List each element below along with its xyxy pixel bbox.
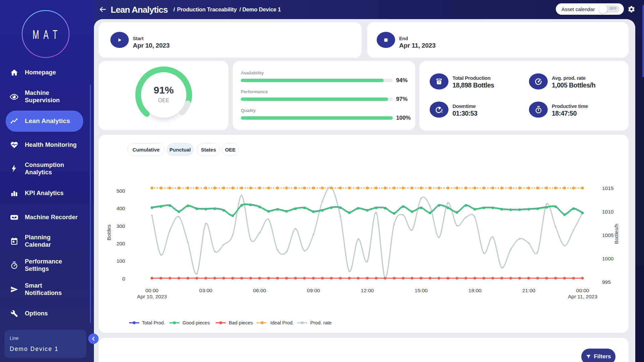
- svg-text:09:00: 09:00: [307, 288, 320, 293]
- svg-text:OEE: OEE: [158, 98, 169, 103]
- svg-text:1000: 1000: [602, 256, 614, 261]
- svg-text:Ideal Prod.: Ideal Prod.: [270, 320, 294, 325]
- svg-text:995: 995: [602, 279, 611, 285]
- svg-text:03:00: 03:00: [199, 288, 212, 293]
- svg-text:400: 400: [116, 205, 125, 211]
- svg-text:Good pieces: Good pieces: [182, 320, 210, 325]
- svg-text:Apr 11, 2023: Apr 11, 2023: [568, 294, 597, 299]
- svg-text:M A T: M A T: [33, 28, 59, 42]
- svg-text:1015: 1015: [602, 185, 613, 191]
- svg-text:200: 200: [116, 241, 125, 246]
- svg-text:21:00: 21:00: [522, 288, 535, 293]
- svg-text:1005: 1005: [602, 232, 613, 238]
- svg-text:0: 0: [122, 276, 125, 282]
- svg-text:1010: 1010: [602, 209, 614, 215]
- svg-text:Apr 10, 2023: Apr 10, 2023: [137, 294, 167, 299]
- svg-text:Bad pieces: Bad pieces: [229, 320, 253, 325]
- svg-text:00:00: 00:00: [576, 288, 589, 293]
- svg-text:Bottles: Bottles: [106, 225, 112, 241]
- svg-text:06:00: 06:00: [253, 288, 266, 293]
- svg-text:Prod. rate: Prod. rate: [310, 320, 332, 325]
- svg-text:12:00: 12:00: [361, 288, 374, 293]
- svg-text:100: 100: [116, 258, 125, 264]
- svg-text:91%: 91%: [154, 84, 174, 96]
- svg-text:500: 500: [116, 188, 125, 194]
- svg-text:18:00: 18:00: [469, 288, 482, 293]
- svg-text:00:00: 00:00: [146, 288, 159, 293]
- svg-text:15:00: 15:00: [415, 288, 428, 293]
- svg-text:300: 300: [116, 223, 125, 229]
- svg-text:Bottles/h: Bottles/h: [613, 224, 619, 244]
- svg-text:Total Prod.: Total Prod.: [142, 320, 165, 325]
